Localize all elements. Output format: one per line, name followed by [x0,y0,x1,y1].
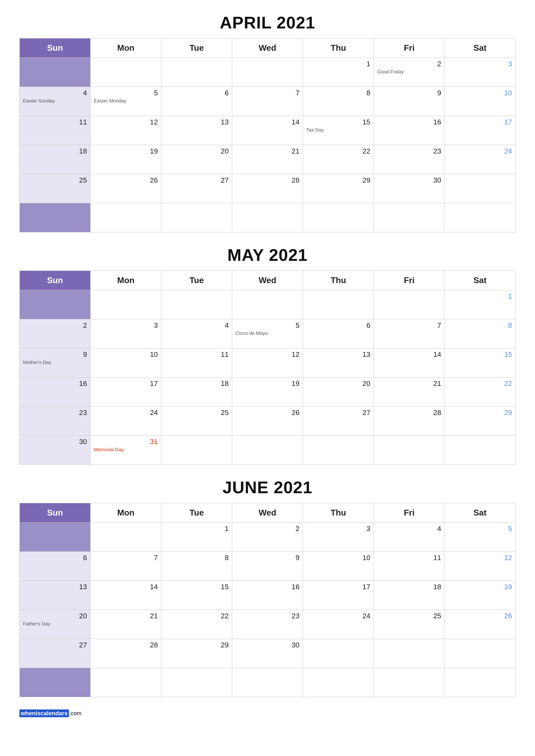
calendar-cell: 17 [91,378,161,407]
calendar-table: SunMonTueWedThuFriSat12345Cinco de Mayo6… [19,271,516,465]
calendar-cell: 12 [91,116,161,145]
calendar-cell: 16 [232,581,303,610]
day-number: 29 [448,409,512,417]
calendar-cell: 28 [232,174,303,203]
day-number: 4 [23,89,87,97]
footer-link[interactable]: wheniscalendars [19,710,69,717]
day-number: 5 [94,89,158,97]
day-number: 2 [23,321,87,330]
calendar-cell [232,436,303,465]
day-number: 26 [236,409,299,417]
calendar-cell [445,436,516,465]
calendar-cell: 12 [232,348,303,378]
calendar-cell: 4 [161,319,232,348]
calendar-row: 1 [20,290,516,319]
calendar-row: 4Easter Sunday5Easter Monday678910 [20,87,516,116]
day-number: 22 [448,379,512,388]
day-number: 7 [94,554,158,562]
day-number: 3 [94,321,158,330]
calendar-cell [374,668,445,697]
day-number: 28 [94,641,158,649]
day-number: 17 [94,379,158,388]
weekday-header: Fri [374,503,445,523]
calendar-cell [303,668,374,697]
day-number: 20 [23,612,87,620]
calendar-cell [303,290,374,319]
calendar-cell: 13 [20,581,91,610]
day-number: 9 [236,554,299,562]
calendar-cell: 22 [445,378,516,407]
calendar-cell: 23 [20,407,91,436]
day-number: 25 [165,409,229,417]
calendar-cell [445,639,516,668]
calendar-cell: 25 [374,610,445,639]
day-number: 8 [165,554,229,562]
holiday-label: Cinco de Mayo [236,330,299,336]
day-number: 10 [306,554,370,562]
calendar-title: MAY 2021 [19,245,516,265]
calendar-cell: 20 [161,145,232,174]
day-number: 20 [165,147,229,155]
calendar-cell: 7 [374,319,445,348]
calendar-row: 9Mother's Day101112131415 [20,348,516,378]
calendar-cell: 19 [445,581,516,610]
calendar-cell: 15Tax Day [303,116,374,145]
calendar-cell: 19 [232,378,303,407]
day-number: 18 [165,379,229,388]
calendar-cell [374,639,445,668]
calendar-row: 27282930 [20,639,516,668]
day-number: 24 [306,612,370,620]
calendar-cell: 7 [91,552,161,581]
calendar-cell: 8 [161,552,232,581]
day-number: 18 [377,583,441,591]
day-number: 13 [306,350,370,359]
calendar-row: 18192021222324 [20,145,516,174]
day-number: 17 [448,118,512,126]
calendar-cell [91,290,161,319]
day-number: 6 [165,89,229,97]
calendar-cell: 21 [91,610,161,639]
calendar-cell [161,58,232,87]
calendar-cell: 3 [445,58,516,87]
calendar-cell [445,203,516,232]
calendar-cell: 24 [303,610,374,639]
day-number: 9 [23,350,87,359]
calendar-cell [161,203,232,232]
calendar-cell: 26 [232,407,303,436]
calendar-cell [161,290,232,319]
calendar-cell: 23 [232,610,303,639]
calendar-cell [232,58,303,87]
calendar-row: 12Good Friday3 [20,58,516,87]
day-number: 14 [236,118,299,126]
holiday-label: Tax Day [306,127,370,132]
day-number: 7 [236,89,299,97]
calendar-cell: 28 [374,407,445,436]
calendar-cell [232,203,303,232]
calendar-cell: 27 [20,639,91,668]
calendar-cell [445,174,516,203]
calendar-cell: 22 [303,145,374,174]
day-number: 11 [165,350,229,359]
weekday-header: Tue [161,503,232,523]
weekday-header: Thu [303,503,374,523]
day-number: 13 [165,118,229,126]
day-number: 10 [94,350,158,359]
holiday-label: Easter Sunday [23,98,87,103]
calendar-cell: 25 [161,407,232,436]
calendar-table: SunMonTueWedThuFriSat1234567891011121314… [19,503,516,697]
day-number: 12 [94,118,158,126]
calendar-cell: 26 [445,610,516,639]
calendar-cell [91,58,161,87]
calendar-cell [91,668,161,697]
calendar-cell: 15 [161,581,232,610]
calendar-row: 3031Memorial Day [20,436,516,465]
day-number: 21 [94,612,158,620]
holiday-label: Memorial Day [94,447,158,452]
calendar-cell: 19 [91,145,161,174]
weekday-header: Wed [232,271,303,290]
holiday-label: Mother's Day [23,360,87,365]
calendar-cell: 14 [232,116,303,145]
calendar-cell [232,668,303,697]
day-number: 30 [377,176,441,185]
day-number: 1 [448,292,512,301]
